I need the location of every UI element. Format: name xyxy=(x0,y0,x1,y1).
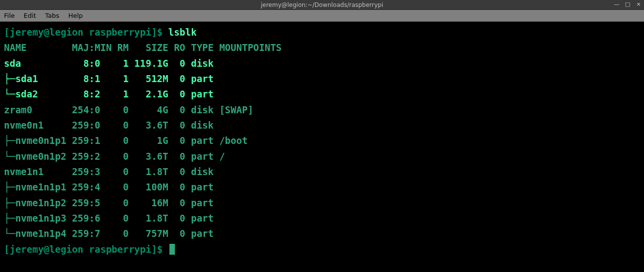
menu-file[interactable]: File xyxy=(4,12,15,19)
table-row: └─sda2 8:2 1 2.1G 0 part xyxy=(4,89,219,99)
prompt-text-2: [jeremy@legion raspberrypi]$ xyxy=(4,244,168,255)
command-text: lsblk xyxy=(168,27,197,38)
table-row: ├─nvme1n1p1 259:4 0 100M 0 part xyxy=(4,181,219,192)
maximize-icon[interactable]: □ xyxy=(624,1,631,7)
menu-edit[interactable]: Edit xyxy=(24,12,36,19)
terminal[interactable]: [jeremy@legion raspberrypi]$ lsblk NAME … xyxy=(0,22,644,272)
cursor-icon xyxy=(169,244,175,255)
table-row: nvme1n1 259:3 0 1.8T 0 disk xyxy=(4,166,219,177)
menu-help[interactable]: Help xyxy=(68,12,83,19)
minimize-icon[interactable]: — xyxy=(613,1,620,7)
table-row: ├─nvme0n1p1 259:1 0 1G 0 part /boot xyxy=(4,135,248,146)
titlebar: jeremy@legion:~/Downloads/raspberrypi — … xyxy=(0,0,644,10)
table-row: ├─nvme1n1p3 259:6 0 1.8T 0 part xyxy=(4,213,219,224)
table-row: ├─sda1 8:1 1 512M 0 part xyxy=(4,73,219,84)
lsblk-header: NAME MAJ:MIN RM SIZE RO TYPE MOUNTPOINTS xyxy=(4,42,282,53)
window-title: jeremy@legion:~/Downloads/raspberrypi xyxy=(261,1,383,8)
table-row: ├─nvme1n1p2 259:5 0 16M 0 part xyxy=(4,197,219,208)
table-row: nvme0n1 259:0 0 3.6T 0 disk xyxy=(4,120,219,131)
table-row: zram0 254:0 0 4G 0 disk [SWAP] xyxy=(4,104,253,115)
lsblk-rows: sda 8:0 1 119.1G 0 disk ├─sda1 8:1 1 512… xyxy=(4,56,640,242)
menubar: File Edit Tabs Help xyxy=(0,10,644,22)
table-row: └─nvme1n1p4 259:7 0 757M 0 part xyxy=(4,228,219,239)
prompt-text: [jeremy@legion raspberrypi]$ xyxy=(4,27,168,38)
prompt-line-2: [jeremy@legion raspberrypi]$ xyxy=(4,244,175,255)
table-row: sda 8:0 1 119.1G 0 disk xyxy=(4,58,219,69)
table-row: └─nvme0n1p2 259:2 0 3.6T 0 part / xyxy=(4,151,225,162)
window-controls: — □ × xyxy=(613,1,642,7)
prompt-line-1: [jeremy@legion raspberrypi]$ lsblk xyxy=(4,27,197,38)
close-icon[interactable]: × xyxy=(635,1,642,7)
menu-tabs[interactable]: Tabs xyxy=(45,12,59,19)
